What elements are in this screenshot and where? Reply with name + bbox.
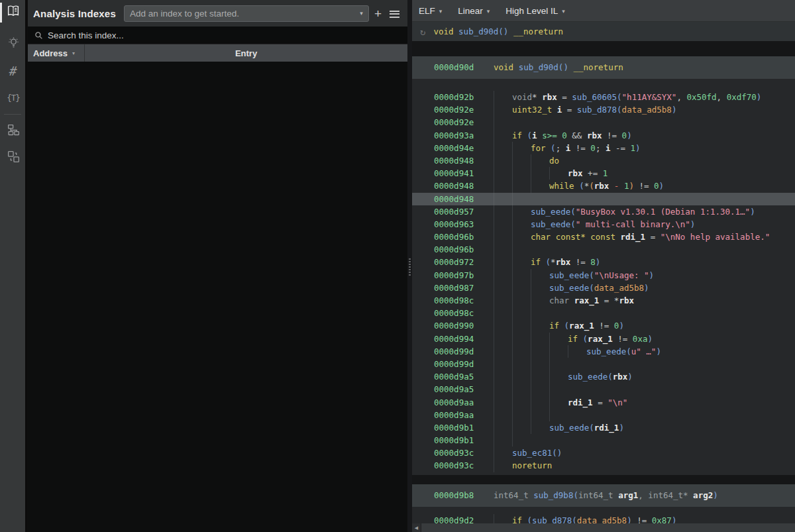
current-function-signature[interactable]: void sub_d90d() __noreturn [433,27,563,36]
function-signature[interactable]: int64_t sub_d9b8(int64_t arg1, int64_t* … [494,484,718,507]
code-line[interactable]: 0000d94efor (; i != 0; i -= 1) [412,142,795,154]
index-table-body[interactable] [28,62,407,532]
code-line[interactable]: 0000d9d2if (sub_d878(data_ad5b8) != 0x87… [412,514,795,523]
code-token: sub_eede [568,372,608,382]
add-index-button[interactable]: + [369,7,387,20]
address[interactable]: 0000d963 [434,218,474,231]
address[interactable]: 0000d948 [434,154,474,167]
address[interactable]: 0000d97b [434,269,474,282]
sidebar-item-mini-graph[interactable] [0,119,26,144]
code-line[interactable]: 0000d96b [412,243,795,256]
code-line[interactable]: 0000d92bvoid* rbx = sub_60605("h11AY&SYX… [412,91,795,103]
code-line[interactable]: 0000d93csub_ec81() [412,447,795,459]
address[interactable]: 0000d994 [434,333,474,345]
column-header-entry[interactable]: Entry [85,44,407,62]
address[interactable]: 0000d9b8 [434,484,474,507]
function-signature[interactable]: void sub_d90d() __noreturn [494,56,623,79]
horizontal-scrollbar[interactable]: ◀ [412,523,795,532]
indent-guides [494,421,549,434]
code-text: rdi_1 = "\n" [568,396,627,409]
sidebar-item-cross-references[interactable] [0,145,26,170]
address[interactable]: 0000d99d [434,358,474,370]
code-line[interactable]: 0000d957sub_eede("BusyBox v1.30.1 (Debia… [412,205,795,218]
code-line[interactable]: 0000d98c [412,307,795,319]
search-input[interactable]: Search this index... [28,27,407,44]
address[interactable]: 0000d987 [434,282,474,294]
code-line[interactable]: 0000d9a5 [412,383,795,396]
code-line[interactable]: 0000d9aa [412,409,795,421]
address[interactable]: 0000d99d [434,345,474,358]
address[interactable]: 0000d92e [434,116,474,129]
code-line[interactable]: 0000d963sub_eede(" multi-call binary.\n"… [412,218,795,231]
address[interactable]: 0000d93c [434,459,474,472]
address[interactable]: 0000d9b1 [434,434,474,447]
function-breadcrumb-bar: ↻ void sub_d90d() __noreturn [412,22,795,41]
code-line[interactable]: 0000d941rbx += 1 [412,167,795,180]
code-line[interactable]: 0000d99d [412,358,795,370]
code-line[interactable]: 0000d97bsub_eede("\nUsage: ") [412,269,795,282]
code-line[interactable]: 0000d93cnoreturn [412,459,795,472]
code-line[interactable]: 0000d96bchar const* const rdi_1 = "\nNo … [412,231,795,243]
scrollbar-thumb[interactable] [421,523,795,532]
address[interactable]: 0000d9b1 [434,421,474,434]
address[interactable]: 0000d948 [434,193,474,205]
address[interactable]: 0000d94e [434,142,474,154]
address[interactable]: 0000d9a5 [434,370,474,383]
address[interactable]: 0000d98c [434,294,474,307]
code-line[interactable]: 0000d994if (rax_1 != 0xa) [412,333,795,345]
address[interactable]: 0000d941 [434,167,474,180]
address[interactable]: 0000d957 [434,205,474,218]
address[interactable]: 0000d972 [434,256,474,268]
address[interactable]: 0000d93c [434,447,474,459]
panel-menu-button[interactable] [387,7,402,19]
address[interactable]: 0000d9aa [434,396,474,409]
refresh-icon[interactable]: ↻ [420,27,425,37]
address[interactable]: 0000d92b [434,91,474,103]
address[interactable]: 0000d92e [434,103,474,116]
index-select-dropdown[interactable]: Add an index to get started. ▾ [124,5,369,22]
address[interactable]: 0000d93a [434,129,474,142]
sidebar-item-types[interactable]: {T} [0,85,26,110]
code-line[interactable]: 0000d9aardi_1 = "\n" [412,396,795,409]
code-line[interactable]: 0000d93aif (i s>= 0 && rbx != 0) [412,129,795,142]
address[interactable]: 0000d96b [434,231,474,243]
code-token: ) [690,219,696,229]
code-line[interactable]: 0000d9b1 [412,434,795,447]
code-line[interactable]: 0000d9b1sub_eede(rdi_1) [412,421,795,434]
address[interactable]: 0000d96b [434,243,474,256]
function-header-sub_d90d[interactable]: 0000d90dvoid sub_d90d() __noreturn [412,56,795,79]
column-header-address[interactable]: Address ▾ [28,44,85,62]
sidebar-item-analysis-indexes[interactable] [0,0,26,25]
address[interactable]: 0000d9aa [434,409,474,421]
address[interactable]: 0000d90d [434,56,474,79]
code-line[interactable]: 0000d99dsub_eede(u" …") [412,345,795,358]
binary-format-dropdown[interactable]: ELF ▾ [419,6,442,16]
code-line[interactable]: 0000d972if (*rbx != 8) [412,256,795,268]
panel-splitter[interactable] [407,0,412,532]
address[interactable]: 0000d98c [434,307,474,319]
address[interactable]: 0000d9d2 [434,514,474,523]
code-line[interactable]: 0000d987sub_eede(data_ad5b8) [412,282,795,294]
address[interactable]: 0000d990 [434,319,474,332]
code-line[interactable]: 0000d92euint32_t i = sub_d878(data_ad5b8… [412,103,795,116]
code-line-selected[interactable]: 0000d948 [412,193,795,205]
sidebar-item-suggestions[interactable] [0,32,26,57]
sidebar-item-tags[interactable]: # [0,58,26,83]
address[interactable]: 0000d948 [434,180,474,192]
il-level-dropdown[interactable]: High Level IL ▾ [505,6,564,16]
code-token: , [676,92,686,102]
code-line[interactable]: 0000d92e [412,116,795,129]
code-line[interactable]: 0000d98cchar rax_1 = *rbx [412,294,795,307]
code-line[interactable]: 0000d948do [412,154,795,167]
view-mode-dropdown[interactable]: Linear ▾ [458,6,490,16]
function-header-sub_d9b8[interactable]: 0000d9b8int64_t sub_d9b8(int64_t arg1, i… [412,484,795,507]
panel-title: Analysis Indexes [33,8,116,19]
code-line[interactable]: 0000d9a5sub_eede(rbx) [412,370,795,383]
code-line[interactable]: 0000d948while (*(rbx - 1) != 0) [412,180,795,192]
code-token: void [494,62,519,72]
code-token: if [512,515,527,523]
code-token: sub_d90d [458,27,498,36]
code-line[interactable]: 0000d990if (rax_1 != 0) [412,319,795,332]
address[interactable]: 0000d9a5 [434,383,474,396]
scroll-left-button[interactable]: ◀ [412,523,421,532]
